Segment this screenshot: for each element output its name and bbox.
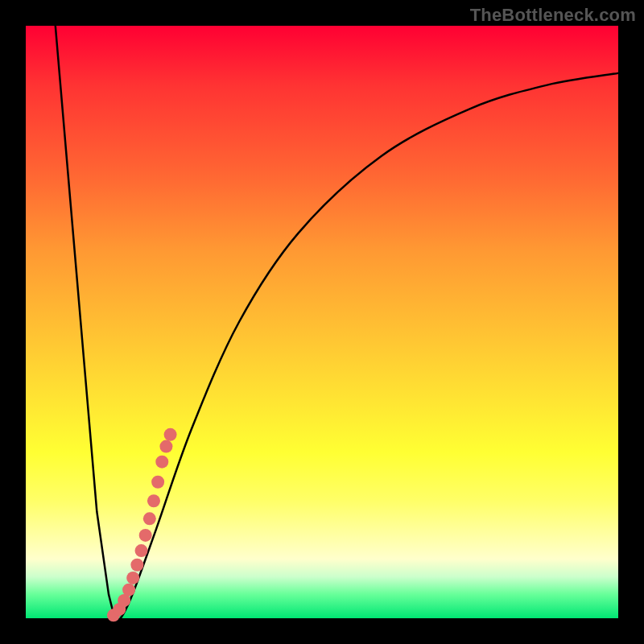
highlight-dot (139, 529, 152, 542)
dot-series (107, 428, 177, 621)
highlight-dot (155, 456, 168, 469)
highlight-dot (159, 440, 172, 453)
highlight-dot (143, 512, 156, 525)
highlight-dot (130, 559, 143, 572)
highlight-dot (164, 428, 177, 441)
highlight-dot (122, 584, 135, 597)
highlight-dot (126, 572, 139, 584)
chart-svg (26, 26, 618, 618)
highlight-dot (135, 544, 148, 557)
highlight-dot (147, 494, 160, 507)
attribution-label: TheBottleneck.com (470, 5, 636, 26)
plot-area (26, 26, 618, 618)
bottleneck-curve (56, 26, 618, 620)
highlight-dot (151, 476, 164, 489)
chart-frame: TheBottleneck.com (0, 0, 644, 644)
